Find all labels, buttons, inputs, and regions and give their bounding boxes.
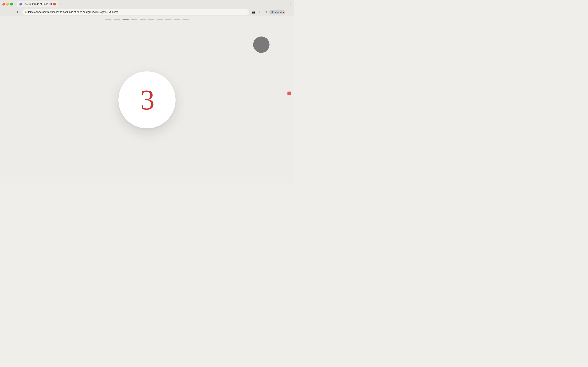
profile-icon: 👤 [271,11,274,13]
incognito-badge[interactable]: 👤 Incognito [269,10,285,14]
tab-bar: The Dark Side of Palm Oil × + [15,1,287,7]
active-tab[interactable]: The Dark Side of Palm Oil × [17,1,58,7]
tab-close-button[interactable]: × [53,3,56,6]
new-tab-button[interactable]: + [58,1,64,7]
split-view-icon[interactable]: ⊟ [263,9,268,15]
refresh-button[interactable]: ↻ [16,9,20,15]
forward-button[interactable]: → [9,9,14,15]
center-number-container: 3 [118,71,176,128]
close-button[interactable] [2,3,5,6]
progress-dot-1[interactable] [105,19,112,20]
back-button[interactable]: ← [2,9,7,15]
url-display: tome.app/sarahsworkspace/the-dark-side-o… [28,11,247,13]
minimize-button[interactable] [6,3,9,6]
progress-dot-7[interactable] [157,19,163,20]
lock-icon: 🔒 [25,11,27,13]
browser-chrome: The Dark Side of Palm Oil × + ⌄ ← → ↻ 🔒 … [0,0,294,16]
bookmark-icon[interactable]: ☆ [257,9,262,15]
omnibox-bar: ← → ↻ 🔒 tome.app/sarahsworkspace/the-dar… [0,8,294,16]
tab-favicon [19,3,22,6]
toolbar-icons: 📷 ☆ ⊟ 👤 Incognito ⋮ [251,9,292,15]
progress-dots [105,16,189,20]
maximize-button[interactable] [10,3,13,6]
menu-icon[interactable]: ⋮ [286,9,292,15]
tome-icon [19,3,22,6]
progress-dot-2[interactable] [114,19,120,20]
decorative-red-square [287,92,291,95]
incognito-label: Incognito [275,11,284,13]
progress-dot-6[interactable] [148,19,154,20]
progress-dot-9[interactable] [174,19,180,20]
title-bar: The Dark Side of Palm Oil × + ⌄ [0,0,294,8]
video-icon[interactable]: 📷 [251,9,256,15]
progress-dot-5[interactable] [140,19,146,20]
progress-dot-3[interactable] [122,19,129,20]
tab-expand-button[interactable]: ⌄ [289,2,292,6]
page-content: 3 [0,16,294,184]
progress-dot-8[interactable] [165,19,172,20]
progress-dot-4[interactable] [131,19,137,20]
traffic-lights [2,3,13,6]
tab-title: The Dark Side of Palm Oil [24,3,52,6]
omnibox[interactable]: 🔒 tome.app/sarahsworkspace/the-dark-side… [22,9,249,15]
decorative-gray-circle [253,36,269,53]
slide-number: 3 [140,86,154,114]
progress-dot-10[interactable] [182,19,189,20]
number-circle: 3 [118,71,176,128]
